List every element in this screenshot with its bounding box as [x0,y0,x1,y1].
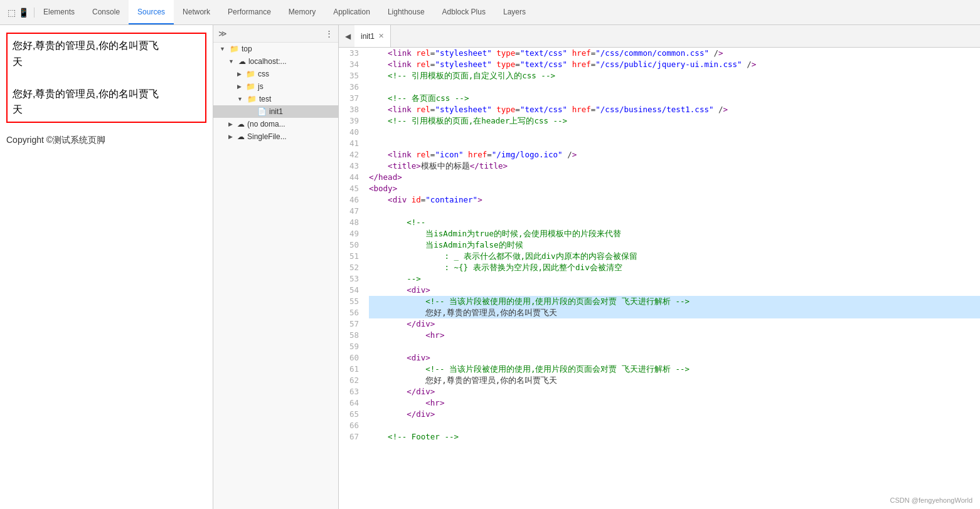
code-line-43: <title>模板中的标题</title> [369,160,980,172]
line-number-45: 45 [339,183,359,194]
tab-elements[interactable]: Elements [35,0,83,24]
code-line-35: <!-- 引用模板的页面,自定义引入的css --> [369,70,980,81]
watermark: CSDN @fengyehongWorld [890,496,972,504]
tab-bar: ⬚ 📱 ElementsConsoleSourcesNetworkPerform… [0,0,980,25]
code-line-36 [369,81,980,93]
line-number-54: 54 [339,285,359,296]
server-icon: ☁ [237,120,245,129]
line-number-56: 56 [339,307,359,318]
editor-body[interactable]: 3334353637383940414243444546474849505152… [339,48,980,509]
server-icon: ☁ [238,57,246,66]
line-number-58: 58 [339,330,359,341]
close-tab-button[interactable]: ✕ [378,32,384,40]
tab-lighthouse[interactable]: Lighthouse [379,0,434,24]
main-tabs: ElementsConsoleSourcesNetworkPerformance… [35,0,535,24]
triangle-icon: ▶ [237,83,242,90]
triangle-icon: ▶ [237,71,242,77]
code-line-58: <hr> [369,330,980,341]
tree-item-test[interactable]: ▼ 📁 test [213,93,338,105]
tree-container: ▼ 📁 top▼ ☁ localhost:...▶ 📁 css▶ 📁 js▼ 📁… [213,43,338,143]
code-line-47 [369,206,980,217]
line-number-53: 53 [339,273,359,285]
back-icon[interactable]: ◀ [341,32,354,41]
tree-item-js[interactable]: ▶ 📁 js [213,80,338,93]
tab-memory[interactable]: Memory [280,0,324,24]
code-line-42: <link rel="icon" href="/img/logo.ico" /> [369,149,980,160]
line-number-37: 37 [339,93,359,104]
line-number-34: 34 [339,59,359,70]
line-number-64: 64 [339,397,359,409]
code-line-44: </head> [369,172,980,183]
code-line-56: 您好,尊贵的管理员,你的名叫贾飞天 [369,307,980,318]
tab-adblock-plus[interactable]: Adblock Plus [434,0,494,24]
triangle-icon: ▼ [237,96,243,102]
devtools-icons: ⬚ 📱 [3,8,35,18]
line-number-67: 67 [339,431,359,443]
inspect-icon[interactable]: ⬚ [8,8,16,18]
line-number-66: 66 [339,420,359,431]
device-icon[interactable]: 📱 [18,8,29,18]
code-line-41 [369,138,980,149]
code-content: <link rel="stylesheet" type="text/css" h… [364,48,980,509]
preview-line4: 天 [13,102,200,118]
tree-label: css [258,70,269,78]
line-number-61: 61 [339,364,359,375]
code-line-51: : _ 表示什么都不做,因此div内原本的内容会被保留 [369,251,980,262]
line-number-62: 62 [339,375,359,386]
folder-icon: 📁 [247,95,257,103]
code-line-40 [369,127,980,138]
tree-item-css[interactable]: ▶ 📁 css [213,68,338,80]
editor-tab-init1[interactable]: init1 ✕ [354,25,391,47]
tree-item-top[interactable]: ▼ 📁 top [213,43,338,55]
line-number-60: 60 [339,352,359,364]
code-line-63: </div> [369,386,980,397]
tree-item-localhost[interactable]: ▼ ☁ localhost:... [213,55,338,68]
file-tree: ≫ ⋮ ▼ 📁 top▼ ☁ localhost:...▶ 📁 css▶ 📁 j… [213,25,339,509]
triangle-icon: ▶ [228,121,233,127]
editor-container: ◀ init1 ✕ 333435363738394041424344454647… [339,25,980,509]
tree-label: js [258,82,264,91]
line-number-48: 48 [339,217,359,228]
code-line-49: 当isAdmin为true的时候,会使用模板中的片段来代替 [369,228,980,239]
code-line-50: 当isAdmin为false的时候 [369,239,980,251]
file-icon: 📄 [257,107,267,116]
code-line-34: <link rel="stylesheet" type="text/css" h… [369,59,980,70]
code-line-57: </div> [369,318,980,330]
collapse-icon[interactable]: ≫ [218,29,227,38]
code-line-59 [369,341,980,352]
tab-performance[interactable]: Performance [219,0,280,24]
tree-label: init1 [269,107,283,116]
code-line-66 [369,420,980,431]
tab-network[interactable]: Network [174,0,219,24]
tab-application[interactable]: Application [324,0,379,24]
line-number-41: 41 [339,138,359,149]
sources-panel: ≫ ⋮ ▼ 📁 top▼ ☁ localhost:...▶ 📁 css▶ 📁 j… [213,25,980,509]
tab-sources[interactable]: Sources [129,0,174,24]
tree-item-init1[interactable]: 📄 init1 [213,105,338,118]
code-line-64: <hr> [369,397,980,409]
tree-item-nodoma[interactable]: ▶ ☁ (no doma... [213,118,338,130]
tree-label: SingleFile... [247,132,287,141]
line-number-57: 57 [339,318,359,330]
line-number-40: 40 [339,127,359,138]
triangle-icon: ▶ [228,134,233,140]
menu-dots[interactable]: ⋮ [325,29,333,38]
line-number-43: 43 [339,160,359,172]
editor-tabs: ◀ init1 ✕ [339,25,980,48]
line-number-52: 52 [339,262,359,273]
line-number-47: 47 [339,206,359,217]
tab-layers[interactable]: Layers [494,0,535,24]
code-line-33: <link rel="stylesheet" type="text/css" h… [369,48,980,59]
preview-line2: 天 [13,54,200,70]
code-line-61: <!-- 当该片段被使用的使用,使用片段的页面会对贾 飞天进行解析 --> [369,364,980,375]
code-line-67: <!-- Footer --> [369,431,980,443]
file-tree-header: ≫ ⋮ [213,25,338,43]
tree-item-singlefile[interactable]: ▶ ☁ SingleFile... [213,130,338,143]
code-line-55: <!-- 当该片段被使用的使用,使用片段的页面会对贾 飞天进行解析 --> [369,296,980,307]
line-number-65: 65 [339,409,359,420]
code-line-38: <link rel="stylesheet" type="text/css" h… [369,104,980,115]
tab-console[interactable]: Console [83,0,129,24]
line-number-49: 49 [339,228,359,239]
line-number-35: 35 [339,70,359,81]
code-line-48: <!-- [369,217,980,228]
